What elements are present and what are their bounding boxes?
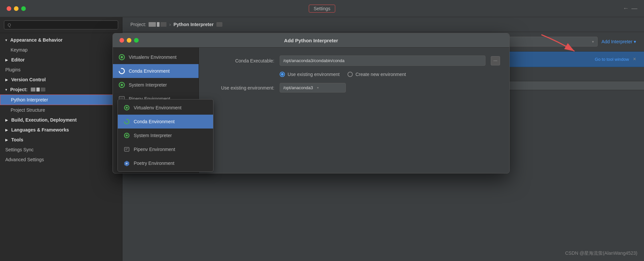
sidebar-label-build: Build, Execution, Deployment [11, 117, 77, 123]
dialog-title: Add Python Interpreter [284, 38, 338, 43]
conda-icon [123, 118, 130, 125]
dialog-sidebar-system[interactable]: System Interpreter [113, 78, 199, 92]
sidebar-item-tools[interactable]: ▶ Tools [0, 135, 122, 145]
dialog-title-bar: Add Python Interpreter [113, 33, 509, 48]
dialog-sidebar-label-conda: Conda Environment [129, 68, 170, 74]
dropdown-label-pipenv: Pipenv Environment [134, 147, 175, 152]
environment-type-row: Use existing environment Create new envi… [208, 72, 500, 77]
existing-env-value: /opt/anaconda3 [283, 85, 313, 90]
interpreter-dropdown-arrow: ▾ [592, 40, 594, 44]
use-existing-radio-label: Use existing environment [288, 72, 340, 77]
svg-point-6 [126, 134, 128, 136]
back-button[interactable]: ← [623, 5, 629, 12]
info-banner-close-button[interactable]: × [633, 56, 636, 62]
existing-env-dropdown-arrow: ▾ [317, 86, 319, 90]
conda-executable-label: Conda Executable: [208, 58, 274, 63]
search-input[interactable] [4, 20, 118, 29]
forward-button[interactable]: — [631, 5, 637, 12]
sidebar: ▾ Appearance & Behavior Keymap ▶ Editor … [0, 17, 122, 261]
add-interpreter-label: Add Interpreter [602, 39, 632, 44]
dropdown-item-conda[interactable]: Conda Environment [118, 115, 213, 129]
sidebar-label-project: Project: [10, 87, 27, 92]
close-button[interactable] [7, 6, 11, 11]
existing-env-row: Use existing environment: /opt/anaconda3… [208, 83, 500, 93]
dialog-sidebar-label-system: System Interpreter [129, 82, 167, 88]
sidebar-label-settings-sync: Settings Sync [5, 147, 34, 152]
system-icon [123, 132, 130, 139]
use-existing-radio-circle [280, 72, 285, 77]
svg-point-14 [121, 56, 123, 58]
settings-window: Settings ← — ▾ Appearance & Behavior Key… [0, 0, 644, 261]
system-env-icon [118, 81, 125, 89]
svg-text:P: P [126, 162, 128, 165]
dropdown-item-pipenv[interactable]: Pipenv Environment [118, 142, 213, 156]
sidebar-label-languages: Languages & Frameworks [11, 127, 69, 132]
sidebar-label-plugins: Plugins [5, 67, 21, 72]
svg-rect-7 [124, 147, 129, 151]
pipenv-icon [123, 146, 130, 153]
sidebar-item-advanced-settings[interactable]: Advanced Settings [0, 155, 122, 165]
dialog-sidebar-virtualenv[interactable]: Virtualenv Environment [113, 50, 199, 64]
maximize-button[interactable] [21, 6, 26, 11]
breadcrumb-icon [216, 22, 222, 27]
existing-env-dropdown[interactable]: /opt/anaconda3 ▾ [280, 83, 346, 93]
sidebar-item-project-structure[interactable]: Project Structure [0, 105, 122, 115]
nav-buttons: ← — [623, 5, 637, 12]
window-title: Settings [309, 5, 336, 13]
interpreter-type-dropdown-menu: Virtualenv Environment Conda Environment… [117, 99, 213, 172]
sidebar-label-keymap: Keymap [11, 47, 27, 53]
sidebar-nav: ▾ Appearance & Behavior Keymap ▶ Editor … [0, 33, 122, 261]
sidebar-label-appearance: Appearance & Behavior [10, 37, 63, 43]
breadcrumb-current: Python Interpreter [173, 22, 213, 27]
conda-executable-input[interactable] [280, 56, 485, 66]
conda-executable-browse-button[interactable]: ⋯ [491, 56, 500, 65]
sidebar-label-version-control: Version Control [11, 77, 46, 82]
dropdown-item-virtualenv[interactable]: Virtualenv Environment [118, 101, 213, 115]
sidebar-item-project[interactable]: ▾ Project: [0, 85, 122, 94]
sidebar-item-python-interpreter[interactable]: Python Interpreter [0, 94, 122, 105]
sidebar-item-appearance[interactable]: ▾ Appearance & Behavior [0, 35, 122, 45]
dialog-main-form: Conda Executable: ⋯ Use existing environ… [199, 48, 509, 173]
dropdown-label-poetry: Poetry Environment [134, 161, 174, 166]
sidebar-item-build[interactable]: ▶ Build, Execution, Deployment [0, 115, 122, 125]
svg-point-4 [124, 119, 129, 124]
dialog-sidebar-conda[interactable]: Conda Environment [113, 64, 199, 78]
sidebar-label-advanced-settings: Advanced Settings [5, 157, 44, 162]
go-to-tool-window-link[interactable]: Go to tool window [595, 57, 629, 62]
environment-radio-group: Use existing environment Create new envi… [280, 72, 406, 77]
create-new-radio[interactable]: Create new environment [347, 72, 406, 77]
title-bar: Settings ← — [0, 0, 644, 17]
dropdown-label-virtualenv: Virtualenv Environment [134, 105, 181, 110]
dialog-max-button[interactable] [134, 38, 139, 43]
add-interpreter-chevron: ▾ [634, 39, 636, 44]
dialog-min-button[interactable] [127, 38, 131, 43]
dropdown-label-conda: Conda Environment [134, 119, 175, 124]
sidebar-item-editor[interactable]: ▶ Editor [0, 55, 122, 65]
dialog-close-button[interactable] [119, 38, 124, 43]
conda-env-icon [118, 67, 125, 75]
dropdown-item-poetry[interactable]: P Poetry Environment [118, 156, 213, 170]
sidebar-label-project-structure: Project Structure [11, 107, 45, 113]
poetry-icon: P [123, 160, 130, 167]
conda-executable-row: Conda Executable: ⋯ [208, 56, 500, 66]
dialog-sidebar-label-virtualenv: Virtualenv Environment [129, 55, 176, 60]
existing-env-label: Use existing environment: [208, 85, 274, 91]
dropdown-label-system: System Interpreter [134, 133, 172, 138]
dropdown-item-system[interactable]: System Interpreter [118, 129, 213, 142]
sidebar-item-plugins[interactable]: Plugins [0, 65, 122, 75]
sidebar-item-version-control[interactable]: ▶ Version Control [0, 75, 122, 85]
breadcrumb-separator: › [169, 22, 171, 27]
use-existing-radio[interactable]: Use existing environment [280, 72, 340, 77]
add-interpreter-button[interactable]: Add Interpreter ▾ [602, 39, 636, 44]
sidebar-item-settings-sync[interactable]: Settings Sync [0, 145, 122, 155]
minimize-button[interactable] [14, 6, 19, 11]
sidebar-item-languages[interactable]: ▶ Languages & Frameworks [0, 125, 122, 135]
sidebar-label-python-interpreter: Python Interpreter [11, 97, 48, 102]
search-bar [0, 17, 122, 33]
svg-point-17 [121, 84, 123, 86]
sidebar-item-keymap[interactable]: Keymap [0, 45, 122, 55]
create-new-radio-label: Create new environment [355, 72, 406, 77]
svg-point-15 [119, 68, 124, 74]
traffic-lights [7, 6, 26, 11]
create-new-radio-circle [347, 72, 353, 77]
